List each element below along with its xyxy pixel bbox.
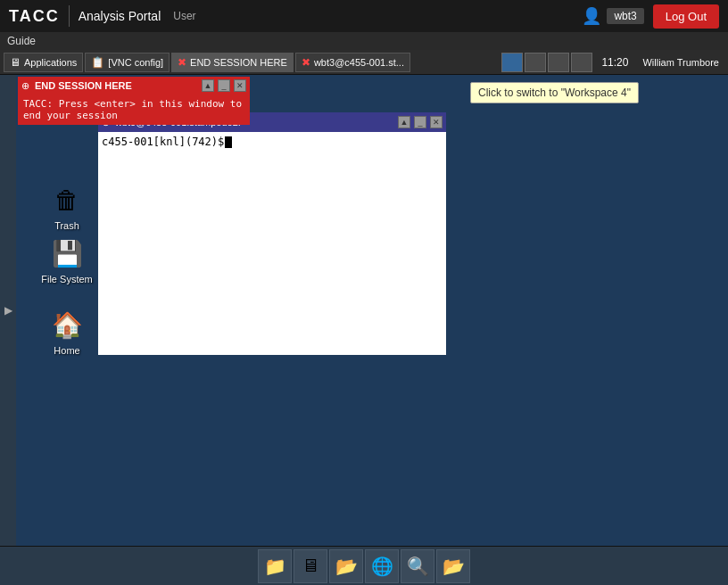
- bottom-terminal-icon[interactable]: 🖥: [294, 549, 327, 583]
- guide-label[interactable]: Guide: [7, 35, 36, 47]
- bottom-folder-icon[interactable]: 📁: [258, 549, 292, 583]
- taskbar-end-session[interactable]: ✖ END SESSION HERE: [171, 53, 294, 72]
- end-session-minimize[interactable]: _: [218, 79, 230, 92]
- trash-label: Trash: [52, 219, 82, 232]
- terminal-close[interactable]: ✕: [430, 116, 443, 128]
- desktop: ▶ Click to switch to "Workspace 4" ⊕ END…: [0, 75, 728, 546]
- workspace-3[interactable]: [548, 53, 569, 72]
- terminal-label: wbt3@c455-001.st...: [314, 57, 404, 68]
- desktop-icon-trash[interactable]: 🗑 Trash: [36, 182, 98, 232]
- home-icon: 🏠: [49, 307, 85, 342]
- bottom-bar: 📁 🖥 📂 🌐 🔍 📂: [0, 546, 728, 585]
- home-label: Home: [51, 344, 82, 357]
- filesystem-label: File System: [38, 273, 95, 285]
- trash-icon: 🗑: [49, 182, 85, 218]
- vnc-label: [VNC config]: [108, 57, 163, 68]
- workspace-4[interactable]: [571, 53, 592, 72]
- taskbar-vnc-config[interactable]: 📋 [VNC config]: [85, 53, 170, 72]
- end-session-icon: ✖: [178, 56, 186, 69]
- taskbar-terminal[interactable]: ✖ wbt3@c455-001.st...: [295, 53, 410, 72]
- terminal-prompt-text: c455-001[knl](742)$: [102, 136, 224, 148]
- desktop-icon-home[interactable]: 🏠 Home: [36, 307, 98, 357]
- guide-bar: Guide: [0, 32, 728, 50]
- taskbar-time: 11:20: [594, 56, 635, 69]
- terminal-body[interactable]: c455-001[knl](742)$: [98, 132, 446, 355]
- terminal-taskbar-icon: ✖: [302, 56, 310, 69]
- terminal-minimize[interactable]: _: [414, 116, 426, 128]
- end-session-titlebar: ⊕ END SESSION HERE ▲ _ ✕: [18, 77, 250, 95]
- side-panel: ▶: [0, 75, 16, 546]
- bottom-search-icon[interactable]: 🔍: [401, 549, 434, 583]
- app-title: Analysis Portal: [79, 9, 161, 23]
- end-session-body: TACC: Press <enter> in this window to en…: [18, 95, 250, 125]
- workspace-tooltip: Click to switch to "Workspace 4": [470, 82, 639, 103]
- nav-divider: [69, 5, 70, 27]
- user-role-label: User: [173, 10, 195, 22]
- workspace-switcher: [501, 53, 592, 72]
- end-session-label: END SESSION HERE: [190, 57, 287, 68]
- taskbar-user: William Trumbore: [637, 57, 724, 68]
- terminal-cursor: [225, 136, 232, 148]
- bottom-globe-icon[interactable]: 🌐: [365, 549, 399, 583]
- filesystem-icon: 💾: [49, 235, 85, 271]
- end-session-maximize[interactable]: ▲: [202, 79, 214, 92]
- desktop-icon-filesystem[interactable]: 💾 File System: [36, 235, 98, 285]
- workspace-2[interactable]: [525, 53, 546, 72]
- username-display: wbt3: [607, 8, 643, 24]
- end-session-window-title: END SESSION HERE: [35, 80, 198, 91]
- end-session-message: TACC: Press <enter> in this window to en…: [23, 98, 242, 121]
- terminal-window: ⊕ wbt3@c455-001.stampede2:~ ▲ _ ✕ c455-0…: [98, 112, 446, 355]
- top-navigation: TACC Analysis Portal User 👤 wbt3 Log Out: [0, 0, 728, 32]
- taskbar-applications[interactable]: 🖥 Applications: [4, 53, 83, 72]
- bottom-files-icon[interactable]: 📂: [329, 549, 363, 583]
- tacc-logo: TACC: [9, 7, 60, 26]
- workspace-1[interactable]: [501, 53, 523, 72]
- user-icon: 👤: [582, 6, 601, 26]
- applications-icon: 🖥: [10, 56, 21, 69]
- side-panel-arrow[interactable]: ▶: [4, 304, 12, 317]
- terminal-prompt: c455-001[knl](742)$: [102, 136, 443, 148]
- logout-button[interactable]: Log Out: [653, 4, 719, 29]
- user-icon-area: 👤 wbt3: [582, 6, 643, 26]
- end-session-close[interactable]: ✕: [234, 79, 246, 92]
- applications-label: Applications: [24, 57, 77, 68]
- terminal-maximize[interactable]: ▲: [398, 116, 410, 128]
- taskbar: 🖥 Applications 📋 [VNC config] ✖ END SESS…: [0, 50, 728, 75]
- vnc-icon: 📋: [91, 56, 104, 69]
- end-session-window: ⊕ END SESSION HERE ▲ _ ✕ TACC: Press <en…: [18, 77, 250, 125]
- end-session-tacc-icon: ⊕: [21, 80, 29, 92]
- bottom-folder2-icon[interactable]: 📂: [436, 549, 470, 583]
